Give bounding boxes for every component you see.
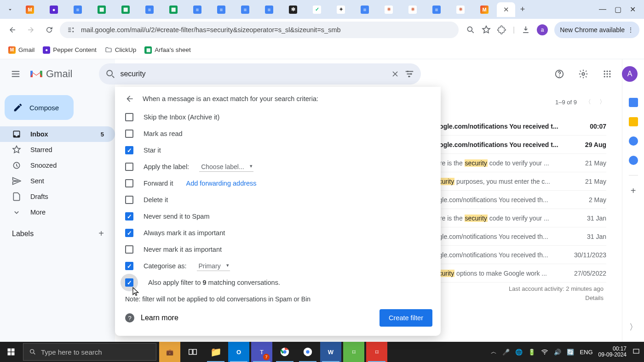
start-button[interactable] bbox=[0, 342, 22, 362]
get-addons-icon[interactable]: + bbox=[631, 186, 636, 196]
sidebar-item-more[interactable]: More bbox=[0, 204, 115, 220]
zoom-icon[interactable] bbox=[466, 25, 475, 34]
bookmark-pepper[interactable]: ●Pepper Content bbox=[43, 46, 97, 54]
taskbar-chrome-1[interactable] bbox=[274, 342, 295, 362]
back-button[interactable] bbox=[5, 22, 20, 38]
taskbar-camtasia-1[interactable]: ⌑ bbox=[343, 342, 364, 362]
calendar-addon-icon[interactable] bbox=[629, 98, 638, 107]
add-label-icon[interactable]: + bbox=[98, 228, 104, 239]
tab-other-1[interactable]: ✼ bbox=[282, 2, 305, 17]
tab-gmail-2[interactable]: M bbox=[473, 2, 496, 17]
tab-pepper[interactable]: ● bbox=[42, 2, 65, 17]
tab-doc-8[interactable]: ≡ bbox=[425, 2, 448, 17]
keep-addon-icon[interactable] bbox=[629, 117, 638, 126]
add-forwarding-link[interactable]: Add forwarding address bbox=[186, 180, 256, 187]
learn-more-link[interactable]: Learn more bbox=[141, 314, 178, 322]
tray-chevron-icon[interactable]: ︿ bbox=[491, 348, 497, 356]
checkbox-delete[interactable] bbox=[125, 196, 133, 204]
checkbox-mark-read[interactable] bbox=[125, 130, 133, 138]
tray-wifi-icon[interactable] bbox=[541, 348, 548, 356]
checkbox-never-spam[interactable] bbox=[125, 212, 133, 221]
checkbox-apply-label[interactable] bbox=[125, 163, 133, 171]
tasks-addon-icon[interactable] bbox=[629, 136, 638, 146]
main-menu-button[interactable] bbox=[6, 65, 25, 83]
tray-notifications-icon[interactable] bbox=[632, 348, 640, 356]
downloads-icon[interactable] bbox=[521, 25, 530, 34]
forward-button[interactable] bbox=[23, 22, 39, 38]
tab-doc-6[interactable]: ≡ bbox=[258, 2, 281, 17]
tab-doc-7[interactable]: ≡ bbox=[353, 2, 376, 17]
side-panel-toggle-icon[interactable]: 〉 bbox=[629, 322, 638, 333]
profile-avatar[interactable]: a bbox=[537, 24, 548, 35]
window-minimize-icon[interactable]: — bbox=[599, 5, 606, 14]
checkbox-also-apply[interactable] bbox=[125, 278, 133, 287]
taskbar-explorer[interactable]: 📁 bbox=[205, 342, 226, 362]
account-avatar[interactable]: A bbox=[622, 66, 638, 82]
tray-lang[interactable]: ENG bbox=[580, 349, 592, 356]
checkbox-star-it[interactable] bbox=[125, 146, 133, 154]
tab-list-button[interactable] bbox=[4, 3, 17, 16]
tray-weather-icon[interactable]: 🌐 bbox=[515, 349, 523, 356]
tab-doc-1[interactable]: ≡ bbox=[66, 2, 89, 17]
new-tab-button[interactable]: + bbox=[516, 2, 529, 17]
prev-page-icon[interactable]: 〈 bbox=[585, 98, 591, 106]
address-bar[interactable]: mail.google.com/mail/u/2/#create-filter/… bbox=[60, 22, 459, 38]
mail-row[interactable]: oogle.com/notifications You received th.… bbox=[431, 191, 606, 209]
taskbar-word[interactable]: W bbox=[320, 342, 341, 362]
checkbox-never-important[interactable] bbox=[125, 245, 133, 254]
mail-row[interactable]: google.com/notifications You received t.… bbox=[431, 136, 606, 154]
tab-gmail[interactable]: M bbox=[18, 2, 41, 17]
mail-row[interactable]: Here is the security code to verify your… bbox=[431, 209, 606, 227]
tray-volume-icon[interactable]: 🔊 bbox=[554, 349, 561, 356]
back-arrow-icon[interactable] bbox=[125, 94, 134, 103]
tab-claude-1[interactable]: ✷ bbox=[377, 2, 400, 17]
taskbar-taskview[interactable] bbox=[182, 342, 203, 362]
sidebar-item-starred[interactable]: Starred bbox=[0, 142, 115, 158]
tab-doc-2[interactable]: ≡ bbox=[138, 2, 161, 17]
taskbar-briefcase[interactable]: 💼 bbox=[159, 342, 180, 362]
reload-button[interactable] bbox=[41, 22, 57, 38]
tab-doc-5[interactable]: ≡ bbox=[234, 2, 257, 17]
tray-mic-icon[interactable]: 🎤 bbox=[502, 349, 510, 356]
mail-row[interactable]: Here is the security code to verify your… bbox=[431, 154, 606, 172]
tray-sync-icon[interactable]: 🔄 bbox=[567, 349, 574, 356]
sidebar-item-inbox[interactable]: Inbox 5 bbox=[0, 126, 115, 142]
tab-active[interactable]: ✕ bbox=[497, 2, 515, 17]
contacts-addon-icon[interactable] bbox=[629, 156, 638, 165]
checkbox-mark-important[interactable] bbox=[125, 229, 133, 237]
bookmark-sheet[interactable]: ▦Arfaa's sheet bbox=[144, 46, 190, 54]
taskbar-teams[interactable]: T7 bbox=[251, 342, 272, 362]
mail-row[interactable]: security options to make Google work ...… bbox=[431, 264, 606, 283]
compose-button[interactable]: Compose bbox=[5, 95, 74, 120]
taskbar-camtasia-2[interactable]: ⌑ bbox=[366, 342, 387, 362]
taskbar-search[interactable]: Type here to search bbox=[23, 343, 156, 361]
tab-check[interactable]: ✓ bbox=[305, 2, 328, 17]
tab-claude-3[interactable]: ✷ bbox=[449, 2, 472, 17]
create-filter-button[interactable]: Create filter bbox=[380, 309, 432, 327]
gmail-logo[interactable]: Gmail bbox=[29, 68, 72, 80]
extensions-icon[interactable] bbox=[497, 25, 506, 34]
bookmark-star-icon[interactable] bbox=[482, 25, 491, 34]
window-maximize-icon[interactable]: ▢ bbox=[615, 5, 621, 14]
details-link[interactable]: Details bbox=[509, 294, 604, 303]
mail-row[interactable]: oogle.com/notifications You received th.… bbox=[431, 227, 606, 246]
checkbox-skip-inbox[interactable] bbox=[125, 113, 133, 121]
tab-doc-3[interactable]: ≡ bbox=[186, 2, 209, 17]
mail-row[interactable]: oogle.com/notifications You received th.… bbox=[431, 246, 606, 264]
tab-sheet-3[interactable]: ▦ bbox=[162, 2, 185, 17]
sidebar-item-drafts[interactable]: Drafts bbox=[0, 189, 115, 204]
next-page-icon[interactable]: 〉 bbox=[599, 98, 605, 106]
taskbar-outlook[interactable]: O bbox=[228, 342, 249, 362]
tab-doc-4[interactable]: ≡ bbox=[210, 2, 233, 17]
checkbox-forward[interactable] bbox=[125, 179, 133, 187]
tab-sheet-2[interactable]: ▦ bbox=[114, 2, 137, 17]
bookmark-clickup[interactable]: ClickUp bbox=[105, 46, 137, 54]
tray-battery-icon[interactable]: 🔋 bbox=[528, 349, 535, 356]
checkbox-categorise[interactable] bbox=[125, 262, 133, 270]
tab-claude-2[interactable]: ✷ bbox=[401, 2, 424, 17]
taskbar-chrome-2[interactable] bbox=[297, 342, 318, 362]
tab-sheet-1[interactable]: ▦ bbox=[90, 2, 113, 17]
tab-chatgpt[interactable]: ✦ bbox=[329, 2, 352, 17]
sidebar-item-sent[interactable]: Sent bbox=[0, 173, 115, 189]
mail-row[interactable]: google.com/notifications You received t.… bbox=[431, 117, 606, 136]
